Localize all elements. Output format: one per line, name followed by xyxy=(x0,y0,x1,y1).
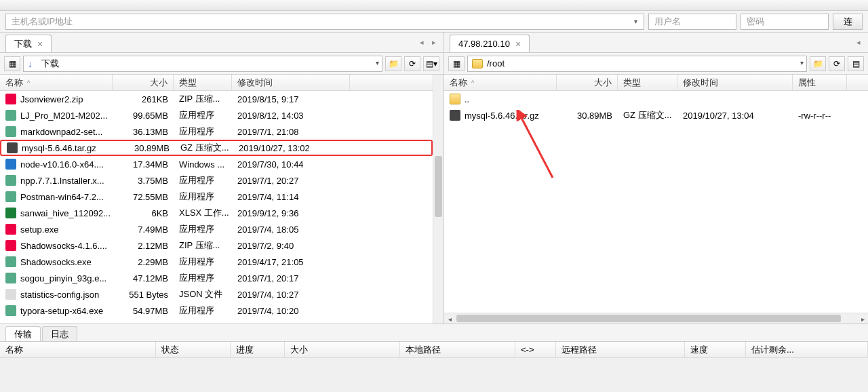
local-path-text: 下载 xyxy=(41,58,59,70)
remote-tab-label: 47.98.210.10 xyxy=(458,39,510,49)
col-attr[interactable]: 属性 xyxy=(793,75,847,90)
chevron-down-icon[interactable]: ▾ xyxy=(630,16,641,27)
file-row[interactable]: Shadowsocks-4.1.6....2.12MBZIP 压缩...2019… xyxy=(0,237,433,254)
exe-icon xyxy=(5,273,16,283)
file-row[interactable]: npp.7.7.1.Installer.x...3.75MB应用程序2019/7… xyxy=(0,172,433,189)
password-placeholder: 密码 xyxy=(747,16,764,28)
file-row[interactable]: typora-setup-x64.exe54.97MB应用程序2019/7/4,… xyxy=(0,302,433,319)
file-row[interactable]: statistics-config.json551 BytesJSON 文件20… xyxy=(0,286,433,302)
file-mtime: 2019/9/12, 9:36 xyxy=(232,208,350,218)
refresh-button[interactable]: ⟳ xyxy=(404,56,420,71)
bottom-tabbar: 传输 日志 xyxy=(0,324,868,342)
file-row[interactable]: sanwai_hive_112092...6KBXLSX 工作...2019/9… xyxy=(0,205,433,221)
close-icon[interactable]: × xyxy=(515,40,521,48)
file-row[interactable]: sogou_pinyin_93g.e...47.12MB应用程序2019/7/1… xyxy=(0,270,433,286)
file-row[interactable]: node-v10.16.0-x64....17.34MBWindows ...2… xyxy=(0,156,433,172)
scroll-left-icon[interactable]: ◂ xyxy=(444,313,455,324)
file-row[interactable]: mysql-5.6.46.tar.gz30.89MBGZ 压缩文...2019/… xyxy=(444,107,857,123)
connect-button[interactable]: 连 xyxy=(833,14,863,30)
tab-prev-icon[interactable]: ◂ xyxy=(853,37,864,47)
scroll-right-icon[interactable]: ▸ xyxy=(857,313,868,324)
file-type: 应用程序 xyxy=(174,191,232,203)
password-input[interactable]: 密码 xyxy=(741,14,829,30)
file-row[interactable]: Postman-win64-7.2...72.55MB应用程序2019/7/4,… xyxy=(0,189,433,205)
local-file-area: 名称 大小 类型 修改时间 Jsonviewer2.zip261KBZIP 压缩… xyxy=(0,75,443,324)
tab-next-icon[interactable]: ▸ xyxy=(429,37,439,47)
tcol-speed[interactable]: 速度 xyxy=(685,342,746,357)
col-type[interactable]: 类型 xyxy=(174,75,232,90)
col-size[interactable]: 大小 xyxy=(557,75,618,90)
scroll-thumb[interactable] xyxy=(435,156,442,217)
col-mtime[interactable]: 修改时间 xyxy=(232,75,350,90)
tabnav-right: ◂ xyxy=(853,37,864,47)
remote-hscroll[interactable]: ◂ ▸ xyxy=(444,313,868,324)
file-mtime: 2019/10/27, 13:04 xyxy=(677,111,793,121)
gz-icon xyxy=(7,142,18,153)
file-mtime: 2019/7/1, 21:08 xyxy=(232,127,350,137)
file-mtime: 2019/7/4, 18:05 xyxy=(232,224,350,235)
refresh-button[interactable]: ⟳ xyxy=(829,56,845,71)
new-folder-button[interactable]: 📁 xyxy=(810,56,826,71)
xlsx-icon xyxy=(5,208,16,218)
file-size: 2.12MB xyxy=(113,241,174,251)
file-row[interactable]: Jsonviewer2.zip261KBZIP 压缩...2019/8/15, … xyxy=(0,91,433,107)
tcol-dir[interactable]: <-> xyxy=(515,342,556,357)
file-size: 47.12MB xyxy=(113,273,174,283)
local-tab[interactable]: 下载 × xyxy=(5,35,52,52)
zip-icon xyxy=(5,224,16,235)
col-type[interactable]: 类型 xyxy=(618,75,677,90)
tcol-remote[interactable]: 远程路径 xyxy=(556,342,685,357)
tab-transfer[interactable]: 传输 xyxy=(5,326,41,341)
tcol-size[interactable]: 大小 xyxy=(285,342,400,357)
file-name: sanwai_hive_112092... xyxy=(20,208,111,218)
exe-icon xyxy=(5,191,16,202)
exe-icon xyxy=(5,305,16,316)
tcol-name[interactable]: 名称 xyxy=(0,342,156,357)
file-type: ZIP 压缩... xyxy=(174,93,232,105)
remote-file-list[interactable]: ..mysql-5.6.46.tar.gz30.89MBGZ 压缩文...201… xyxy=(444,91,857,324)
remote-path-input[interactable]: /root ▾ xyxy=(467,56,807,72)
chevron-down-icon[interactable]: ▾ xyxy=(376,59,379,66)
file-row[interactable]: Shadowsocks.exe2.29MB应用程序2019/4/17, 21:0… xyxy=(0,254,433,270)
file-name: LJ_Pro_M201-M202... xyxy=(20,111,108,121)
local-file-list[interactable]: Jsonviewer2.zip261KBZIP 压缩...2019/8/15, … xyxy=(0,91,433,324)
tcol-local[interactable]: 本地路径 xyxy=(400,342,515,357)
tcol-status[interactable]: 状态 xyxy=(156,342,231,357)
folder-icon xyxy=(450,94,460,104)
tab-prev-icon[interactable]: ◂ xyxy=(416,37,427,47)
col-name[interactable]: 名称 xyxy=(444,75,557,90)
tcol-eta[interactable]: 估计剩余... xyxy=(746,342,868,357)
file-type: 应用程序 xyxy=(174,256,232,268)
file-size: 261KB xyxy=(113,94,174,104)
view-tree-button[interactable]: ▦ xyxy=(4,56,20,71)
file-name: npp.7.7.1.Installer.x... xyxy=(20,176,104,186)
view-mode-button[interactable]: ▤▾ xyxy=(423,56,439,71)
username-input[interactable]: 用户名 xyxy=(648,14,736,30)
new-folder-button[interactable]: 📁 xyxy=(385,56,401,71)
file-size: 30.89MB xyxy=(557,111,618,121)
close-icon[interactable]: × xyxy=(37,40,43,48)
chevron-down-icon[interactable]: ▾ xyxy=(800,59,804,66)
file-type: ZIP 压缩... xyxy=(174,239,232,252)
file-row[interactable]: markdownpad2-set...36.13MB应用程序2019/7/1, … xyxy=(0,123,433,140)
file-row[interactable]: .. xyxy=(444,91,857,107)
left-vscroll[interactable] xyxy=(433,75,443,324)
local-path-input[interactable]: ↓ 下载 ▾ xyxy=(23,56,382,72)
remote-tab[interactable]: 47.98.210.10 × xyxy=(450,35,530,52)
view-mode-button[interactable]: ▤ xyxy=(848,56,864,71)
col-name[interactable]: 名称 xyxy=(0,75,113,90)
file-row[interactable]: setup.exe7.49MB应用程序2019/7/4, 18:05 xyxy=(0,221,433,237)
file-name: markdownpad2-set... xyxy=(20,127,102,137)
hscroll-thumb[interactable] xyxy=(456,315,841,322)
file-row[interactable]: mysql-5.6.46.tar.gz30.89MBGZ 压缩文...2019/… xyxy=(0,140,433,156)
col-size[interactable]: 大小 xyxy=(113,75,174,90)
tab-log[interactable]: 日志 xyxy=(42,326,77,341)
host-input[interactable]: 主机名或IP地址 ▾ xyxy=(5,14,644,30)
tcol-progress[interactable]: 进度 xyxy=(231,342,285,357)
view-tree-button[interactable]: ▦ xyxy=(448,56,465,71)
file-size: 99.65MB xyxy=(113,111,174,121)
file-name: mysql-5.6.46.tar.gz xyxy=(465,111,539,121)
file-type: GZ 压缩文... xyxy=(175,142,233,154)
col-mtime[interactable]: 修改时间 xyxy=(677,75,793,90)
file-row[interactable]: LJ_Pro_M201-M202...99.65MB应用程序2019/8/12,… xyxy=(0,107,433,123)
